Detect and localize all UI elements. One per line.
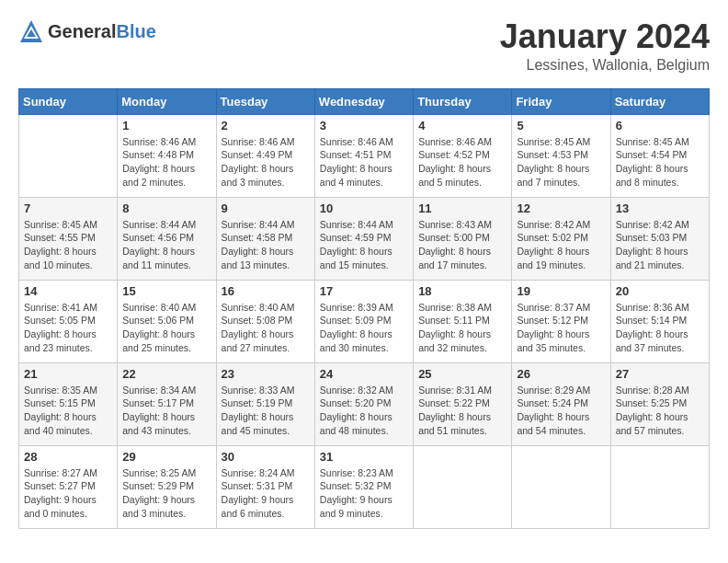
calendar-table: SundayMondayTuesdayWednesdayThursdayFrid… (18, 88, 710, 529)
day-number: 28 (24, 450, 112, 464)
day-number: 26 (517, 367, 605, 381)
day-number: 29 (122, 450, 210, 464)
calendar-cell: 26Sunrise: 8:29 AMSunset: 5:24 PMDayligh… (512, 362, 610, 445)
day-detail: Sunrise: 8:46 AMSunset: 4:51 PMDaylight:… (320, 135, 408, 190)
day-header-sunday: Sunday (19, 88, 118, 114)
day-header-tuesday: Tuesday (216, 88, 314, 114)
day-detail: Sunrise: 8:46 AMSunset: 4:52 PMDaylight:… (418, 135, 506, 190)
day-number: 14 (24, 284, 112, 298)
calendar-week-row: 14Sunrise: 8:41 AMSunset: 5:05 PMDayligh… (19, 280, 710, 362)
day-number: 12 (517, 201, 605, 215)
day-detail: Sunrise: 8:45 AMSunset: 4:55 PMDaylight:… (24, 218, 112, 272)
day-detail: Sunrise: 8:27 AMSunset: 5:27 PMDaylight:… (24, 466, 112, 521)
day-header-thursday: Thursday (414, 88, 512, 114)
day-detail: Sunrise: 8:28 AMSunset: 5:25 PMDaylight:… (616, 384, 704, 438)
calendar-cell: 25Sunrise: 8:31 AMSunset: 5:22 PMDayligh… (414, 362, 512, 445)
day-detail: Sunrise: 8:37 AMSunset: 5:12 PMDaylight:… (517, 301, 605, 355)
calendar-cell (512, 445, 610, 528)
calendar-cell (19, 114, 118, 197)
day-detail: Sunrise: 8:24 AMSunset: 5:31 PMDaylight:… (222, 466, 310, 521)
day-detail: Sunrise: 8:40 AMSunset: 5:06 PMDaylight:… (122, 301, 210, 355)
day-number: 19 (517, 284, 605, 298)
calendar-cell: 27Sunrise: 8:28 AMSunset: 5:25 PMDayligh… (610, 362, 709, 445)
day-number: 7 (24, 201, 112, 215)
day-detail: Sunrise: 8:42 AMSunset: 5:03 PMDaylight:… (616, 218, 704, 272)
calendar-week-row: 28Sunrise: 8:27 AMSunset: 5:27 PMDayligh… (19, 445, 710, 528)
day-number: 5 (517, 119, 605, 132)
title-section: January 2024 Lessines, Wallonia, Belgium (500, 18, 710, 74)
logo-blue: Blue (116, 21, 155, 41)
calendar-cell: 10Sunrise: 8:44 AMSunset: 4:59 PMDayligh… (314, 197, 413, 280)
calendar-cell: 6Sunrise: 8:45 AMSunset: 4:54 PMDaylight… (610, 114, 709, 197)
logo-icon (18, 18, 44, 44)
calendar-cell: 12Sunrise: 8:42 AMSunset: 5:02 PMDayligh… (512, 197, 610, 280)
day-number: 2 (222, 119, 310, 132)
day-number: 9 (222, 201, 310, 215)
calendar-cell: 20Sunrise: 8:36 AMSunset: 5:14 PMDayligh… (610, 280, 709, 362)
calendar-cell: 14Sunrise: 8:41 AMSunset: 5:05 PMDayligh… (19, 280, 118, 362)
calendar-cell: 4Sunrise: 8:46 AMSunset: 4:52 PMDaylight… (414, 114, 512, 197)
calendar-header-row: SundayMondayTuesdayWednesdayThursdayFrid… (19, 88, 710, 114)
calendar-week-row: 21Sunrise: 8:35 AMSunset: 5:15 PMDayligh… (19, 362, 710, 445)
day-number: 31 (320, 450, 408, 464)
day-number: 11 (418, 201, 506, 215)
day-number: 21 (24, 367, 112, 381)
day-detail: Sunrise: 8:42 AMSunset: 5:02 PMDaylight:… (517, 218, 605, 272)
day-detail: Sunrise: 8:44 AMSunset: 4:59 PMDaylight:… (320, 218, 408, 272)
day-detail: Sunrise: 8:43 AMSunset: 5:00 PMDaylight:… (418, 218, 506, 272)
day-number: 20 (616, 284, 704, 298)
day-detail: Sunrise: 8:41 AMSunset: 5:05 PMDaylight:… (24, 301, 112, 355)
calendar-cell: 9Sunrise: 8:44 AMSunset: 4:58 PMDaylight… (216, 197, 314, 280)
day-detail: Sunrise: 8:46 AMSunset: 4:49 PMDaylight:… (222, 135, 310, 190)
day-detail: Sunrise: 8:46 AMSunset: 4:48 PMDaylight:… (122, 135, 210, 190)
day-number: 6 (616, 119, 704, 132)
day-header-monday: Monday (118, 88, 216, 114)
day-number: 8 (122, 201, 210, 215)
day-detail: Sunrise: 8:25 AMSunset: 5:29 PMDaylight:… (122, 466, 210, 521)
day-number: 27 (616, 367, 704, 381)
calendar-cell: 31Sunrise: 8:23 AMSunset: 5:32 PMDayligh… (314, 445, 413, 528)
calendar-cell: 16Sunrise: 8:40 AMSunset: 5:08 PMDayligh… (216, 280, 314, 362)
day-number: 25 (418, 367, 506, 381)
calendar-cell: 23Sunrise: 8:33 AMSunset: 5:19 PMDayligh… (216, 362, 314, 445)
calendar-cell: 11Sunrise: 8:43 AMSunset: 5:00 PMDayligh… (414, 197, 512, 280)
calendar-cell: 29Sunrise: 8:25 AMSunset: 5:29 PMDayligh… (118, 445, 216, 528)
page-header: GeneralBlue January 2024 Lessines, Wallo… (18, 18, 710, 74)
day-number: 3 (320, 119, 408, 132)
day-number: 13 (616, 201, 704, 215)
day-number: 17 (320, 284, 408, 298)
day-detail: Sunrise: 8:35 AMSunset: 5:15 PMDaylight:… (24, 384, 112, 438)
logo-text: GeneralBlue (48, 21, 156, 42)
month-year-title: January 2024 (500, 18, 710, 55)
day-number: 16 (222, 284, 310, 298)
day-detail: Sunrise: 8:31 AMSunset: 5:22 PMDaylight:… (418, 384, 506, 438)
day-detail: Sunrise: 8:45 AMSunset: 4:54 PMDaylight:… (616, 135, 704, 190)
calendar-cell: 5Sunrise: 8:45 AMSunset: 4:53 PMDaylight… (512, 114, 610, 197)
calendar-cell: 21Sunrise: 8:35 AMSunset: 5:15 PMDayligh… (19, 362, 118, 445)
calendar-cell: 30Sunrise: 8:24 AMSunset: 5:31 PMDayligh… (216, 445, 314, 528)
day-header-friday: Friday (512, 88, 610, 114)
day-detail: Sunrise: 8:38 AMSunset: 5:11 PMDaylight:… (418, 301, 506, 355)
day-detail: Sunrise: 8:36 AMSunset: 5:14 PMDaylight:… (616, 301, 704, 355)
day-number: 15 (122, 284, 210, 298)
day-detail: Sunrise: 8:44 AMSunset: 4:56 PMDaylight:… (122, 218, 210, 272)
calendar-cell: 19Sunrise: 8:37 AMSunset: 5:12 PMDayligh… (512, 280, 610, 362)
calendar-week-row: 1Sunrise: 8:46 AMSunset: 4:48 PMDaylight… (19, 114, 710, 197)
day-header-saturday: Saturday (610, 88, 709, 114)
logo-general: General (48, 21, 116, 41)
calendar-cell (414, 445, 512, 528)
day-detail: Sunrise: 8:32 AMSunset: 5:20 PMDaylight:… (320, 384, 408, 438)
location-subtitle: Lessines, Wallonia, Belgium (500, 57, 710, 74)
calendar-cell: 17Sunrise: 8:39 AMSunset: 5:09 PMDayligh… (314, 280, 413, 362)
day-detail: Sunrise: 8:33 AMSunset: 5:19 PMDaylight:… (222, 384, 310, 438)
calendar-cell: 1Sunrise: 8:46 AMSunset: 4:48 PMDaylight… (118, 114, 216, 197)
calendar-week-row: 7Sunrise: 8:45 AMSunset: 4:55 PMDaylight… (19, 197, 710, 280)
day-header-wednesday: Wednesday (314, 88, 413, 114)
day-number: 18 (418, 284, 506, 298)
calendar-cell: 8Sunrise: 8:44 AMSunset: 4:56 PMDaylight… (118, 197, 216, 280)
day-detail: Sunrise: 8:29 AMSunset: 5:24 PMDaylight:… (517, 384, 605, 438)
day-number: 30 (222, 450, 310, 464)
day-number: 24 (320, 367, 408, 381)
calendar-cell: 22Sunrise: 8:34 AMSunset: 5:17 PMDayligh… (118, 362, 216, 445)
day-detail: Sunrise: 8:45 AMSunset: 4:53 PMDaylight:… (517, 135, 605, 190)
